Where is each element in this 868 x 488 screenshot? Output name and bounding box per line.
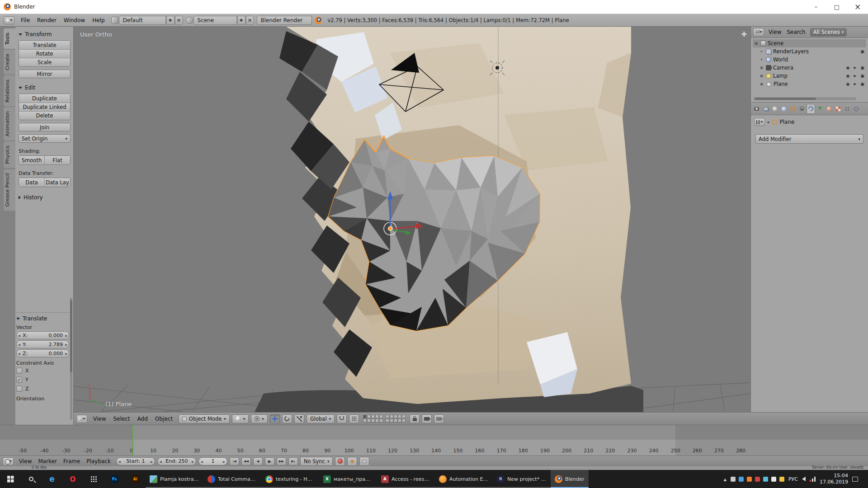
taskbar-app-total-commande-[interactable]: Total Commande...	[203, 470, 261, 488]
properties-tab-scene[interactable]	[770, 104, 779, 114]
delete-scene-button[interactable]	[246, 16, 254, 25]
layer-4[interactable]	[375, 415, 379, 418]
data-layout-button[interactable]: Data Lay	[44, 178, 70, 187]
properties-tab-physics[interactable]	[852, 104, 860, 114]
lock-button[interactable]	[410, 414, 420, 423]
clock[interactable]: 15:04 17.06.2019	[820, 473, 848, 485]
duplicate-linked-button[interactable]: Duplicate Linked	[19, 103, 70, 111]
layer-5[interactable]	[379, 415, 383, 418]
history-panel-header[interactable]: History	[19, 194, 71, 201]
properties-tab-data[interactable]	[816, 104, 824, 114]
operator-panel-header[interactable]: Translate	[16, 315, 69, 322]
screen-layout-field[interactable]: Default	[119, 16, 166, 25]
outliner-row-camera[interactable]: Camera	[753, 64, 866, 72]
region-expand-icon[interactable]	[741, 30, 747, 38]
tray-icon-1[interactable]	[731, 477, 736, 482]
scene-field[interactable]: Scene	[193, 16, 237, 25]
editor-type-icon[interactable]	[4, 16, 14, 24]
add-modifier-dropdown[interactable]: Add Modifier	[755, 134, 863, 144]
tray-expand-icon[interactable]	[724, 477, 726, 482]
outliner-row-plane[interactable]: Plane	[753, 80, 866, 88]
menu-file[interactable]: File	[17, 14, 33, 27]
transform-panel-header[interactable]: Transform	[19, 31, 71, 38]
expand-icon[interactable]	[759, 74, 764, 78]
properties-tab-particles[interactable]	[843, 104, 851, 114]
delete-button[interactable]: Delete	[19, 111, 70, 120]
tray-icon-5[interactable]	[763, 477, 768, 482]
properties-tab-object[interactable]	[788, 104, 797, 114]
toolshelf-tab-relations[interactable]: Relations	[4, 75, 15, 107]
vector-x-field[interactable]: X:0.000	[16, 331, 69, 339]
illustrator-taskbar-button[interactable]: Ai	[125, 470, 146, 488]
render-engine-select[interactable]: Blender Render	[257, 16, 312, 25]
taskbar-app-access-reestdz-[interactable]: AAccess - reestDZ...	[377, 470, 435, 488]
constraint-axis-y-checkbox[interactable]	[16, 377, 22, 383]
frame-start-field[interactable]: Start: 1	[116, 457, 155, 465]
menu-view[interactable]: View	[90, 413, 109, 425]
eye-toggle-icon[interactable]	[845, 65, 851, 71]
render-toggle-icon[interactable]	[859, 49, 865, 55]
layer-1[interactable]	[363, 415, 367, 418]
taskbar-app-plamja-kostra-112-[interactable]: Plamja kostra 112...	[146, 470, 203, 488]
jump-to-end-button[interactable]	[288, 457, 298, 465]
menu-add[interactable]: Add	[134, 413, 151, 425]
network-icon[interactable]	[810, 477, 816, 482]
properties-tab-world[interactable]	[779, 104, 788, 114]
menu-view[interactable]: View	[766, 27, 784, 38]
layer-19[interactable]	[398, 419, 401, 422]
delete-layout-button[interactable]	[175, 16, 183, 25]
expand-icon[interactable]	[759, 49, 764, 54]
toolshelf-tab-animation[interactable]: Animation	[4, 107, 15, 141]
mirror-button[interactable]: Mirror	[19, 70, 71, 78]
layer-6[interactable]	[363, 419, 367, 422]
add-scene-button[interactable]	[237, 16, 245, 25]
constraint-axis-x-checkbox[interactable]	[16, 368, 22, 374]
taskbar-app-texturing-how-d-[interactable]: texturing - How d...	[261, 470, 319, 488]
menu-frame[interactable]: Frame	[60, 456, 83, 467]
tray-icon-7[interactable]	[779, 477, 784, 482]
edit-panel-header[interactable]: Edit	[19, 84, 71, 91]
properties-editor-icon[interactable]	[754, 118, 765, 126]
translate-button[interactable]: Translate	[19, 41, 70, 49]
outliner-row-lamp[interactable]: Lamp	[753, 72, 866, 80]
vector-y-field[interactable]: Y:2.789	[16, 340, 69, 348]
keying-set-button[interactable]: ◆	[347, 457, 357, 466]
render-toggle-icon[interactable]	[859, 81, 865, 87]
properties-tab-modifiers[interactable]	[807, 104, 815, 114]
layer-10[interactable]	[379, 419, 383, 422]
menu-marker[interactable]: Marker	[35, 456, 60, 467]
outliner-row-renderlayers[interactable]: RenderLayers	[753, 47, 866, 56]
maximize-button[interactable]	[826, 0, 847, 14]
photoshop-taskbar-button[interactable]: Ps	[104, 470, 125, 488]
menu-search[interactable]: Search	[784, 27, 808, 38]
expand-icon[interactable]	[759, 82, 764, 86]
smooth-button[interactable]: Smooth	[19, 156, 44, 164]
layer-14[interactable]	[398, 415, 401, 418]
eye-toggle-icon[interactable]	[845, 73, 851, 79]
current-frame-indicator[interactable]	[132, 425, 133, 455]
menu-playback[interactable]: Playback	[83, 456, 114, 467]
appgrid-taskbar-button[interactable]	[83, 470, 104, 488]
rotate-button[interactable]: Rotate	[19, 49, 70, 58]
taskbar-app-automation-engi-[interactable]: Automation Engi...	[435, 470, 493, 488]
scrollbar-thumb[interactable]	[755, 98, 816, 100]
toolshelf-tab-physics[interactable]: Physics	[4, 141, 15, 168]
opengl-render-button[interactable]	[422, 414, 432, 423]
layer-13[interactable]	[394, 415, 397, 418]
start-taskbar-button[interactable]	[0, 470, 21, 488]
timeline-editor-icon[interactable]	[3, 457, 14, 465]
volume-icon[interactable]	[802, 477, 806, 481]
properties-tab-material[interactable]	[825, 104, 833, 114]
viewport-canvas[interactable]: x y	[74, 27, 750, 412]
play-button[interactable]	[265, 457, 274, 465]
opengl-render-anim-button[interactable]	[434, 414, 444, 423]
properties-tab-texture[interactable]	[834, 104, 842, 114]
pivot-dropdown[interactable]	[251, 414, 268, 423]
layer-8[interactable]	[371, 419, 375, 422]
layer-11[interactable]	[386, 415, 389, 418]
snap-element-button[interactable]	[349, 414, 359, 423]
mode-dropdown[interactable]: Object Mode	[179, 414, 230, 423]
sync-dropdown[interactable]: No Sync	[300, 457, 333, 466]
opera-taskbar-button[interactable]	[62, 470, 83, 488]
3d-viewport[interactable]: x y User Ortho (1) Plane	[74, 27, 750, 412]
